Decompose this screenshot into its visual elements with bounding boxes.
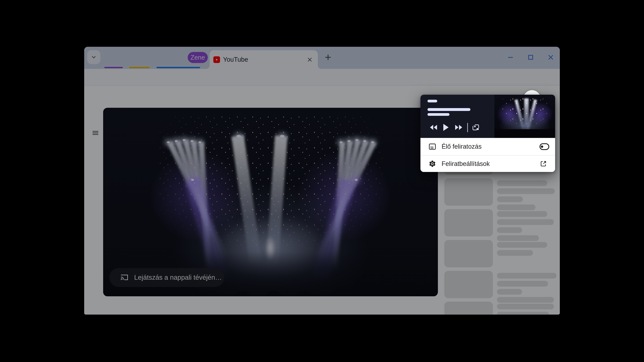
live-caption-label: Élő feliratozás	[442, 138, 482, 155]
live-caption-toggle[interactable]	[540, 143, 549, 150]
play-button[interactable]	[442, 123, 449, 131]
toggle-knob	[541, 145, 543, 148]
live-caption-row[interactable]: Élő feliratozás	[420, 138, 555, 155]
rewind-icon	[429, 124, 438, 131]
fast-forward-icon	[454, 124, 463, 131]
media-title-skeleton	[428, 100, 437, 102]
dim-overlay	[84, 47, 560, 315]
media-session-card	[420, 95, 555, 138]
open-in-new-icon	[540, 160, 547, 167]
browser-window: Zene Iskola Közöss. felület YouTube	[84, 47, 560, 315]
picture-in-picture-button[interactable]	[472, 124, 480, 131]
desktop-background: Zene Iskola Közöss. felület YouTube	[0, 0, 644, 362]
play-icon	[442, 123, 449, 131]
controls-divider	[467, 123, 468, 132]
caption-settings-label: Feliratbeállítások	[442, 156, 490, 172]
media-controls-popup: Élő feliratozás Feliratbeállítások	[420, 95, 555, 172]
gear-icon	[428, 160, 436, 168]
media-line-skeleton	[428, 108, 470, 111]
next-track-button[interactable]	[454, 124, 463, 131]
live-caption-icon	[428, 143, 436, 150]
previous-track-button[interactable]	[429, 124, 438, 131]
album-artwork	[494, 95, 555, 138]
picture-in-picture-icon	[472, 124, 480, 131]
caption-settings-row[interactable]: Feliratbeállítások	[420, 155, 555, 172]
media-line-skeleton	[428, 113, 450, 116]
